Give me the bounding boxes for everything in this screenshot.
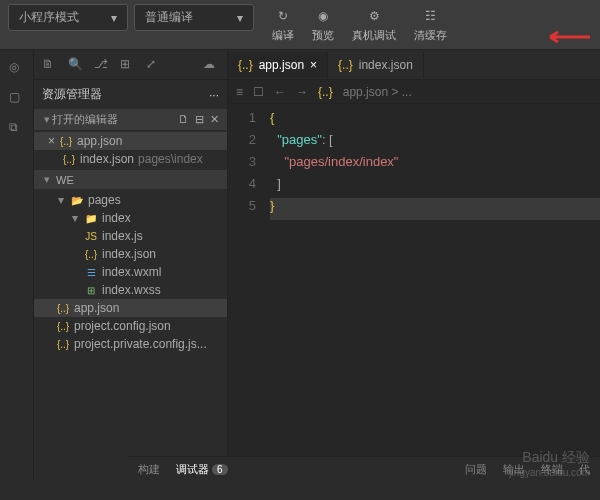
- save-all-icon[interactable]: ⊟: [195, 113, 204, 126]
- mode-dropdown[interactable]: 小程序模式 ▾: [8, 4, 128, 31]
- debugger-tab[interactable]: 调试器 6: [176, 462, 228, 477]
- tree-item-project-config-json[interactable]: {..}project.config.json: [34, 317, 227, 335]
- tree-item-index-wxml[interactable]: ☰index.wxml: [34, 263, 227, 281]
- folder-open-icon: 📂: [70, 193, 84, 207]
- bookmark-icon[interactable]: ☐: [253, 85, 264, 99]
- more-icon[interactable]: ···: [209, 88, 219, 102]
- json-icon: {..}: [56, 319, 70, 333]
- folder-icon: 📁: [84, 211, 98, 225]
- tab-index-json[interactable]: {..} index.json: [328, 52, 424, 78]
- cloud-icon[interactable]: ☁: [203, 57, 219, 73]
- json-icon: {..}: [56, 301, 70, 315]
- new-file-icon[interactable]: 🗋: [178, 113, 189, 126]
- open-editor-item[interactable]: × {..} app.json: [34, 132, 227, 150]
- search-icon[interactable]: 🔍: [68, 57, 84, 73]
- project-header[interactable]: ▾WE: [34, 170, 227, 189]
- json-icon: {..}: [318, 85, 333, 99]
- list-icon[interactable]: ≡: [236, 85, 243, 99]
- branch-icon[interactable]: ⎇: [94, 57, 110, 73]
- explorer-sidebar: 🗎 🔍 ⎇ ⊞ ⤢ ☁ 资源管理器 ··· ▾打开的编辑器 🗋 ⊟ ✕ × {.…: [34, 50, 228, 480]
- watermark: Baidu 经验 jingyan.baidu.com: [509, 449, 590, 478]
- build-tab[interactable]: 构建: [138, 462, 160, 477]
- files-icon[interactable]: 🗎: [42, 57, 58, 73]
- back-icon[interactable]: ←: [274, 85, 286, 99]
- tree-item-index-js[interactable]: JSindex.js: [34, 227, 227, 245]
- open-editors-header[interactable]: ▾打开的编辑器 🗋 ⊟ ✕: [34, 109, 227, 130]
- module-icon[interactable]: ⊞: [120, 57, 136, 73]
- compile-label: 普通编译: [145, 9, 193, 26]
- forward-icon[interactable]: →: [296, 85, 308, 99]
- layers-icon: ☷: [421, 6, 441, 26]
- annotation-arrow: [540, 30, 590, 44]
- share-icon[interactable]: ⧉: [9, 120, 25, 136]
- json-icon: {..}: [62, 152, 76, 166]
- device-icon[interactable]: ▢: [9, 90, 25, 106]
- close-icon[interactable]: ×: [310, 58, 317, 72]
- preview-button[interactable]: ◉ 预览: [304, 4, 342, 45]
- chevron-down-icon: ▾: [111, 11, 117, 25]
- close-icon[interactable]: ×: [48, 134, 55, 148]
- mode-label: 小程序模式: [19, 9, 79, 26]
- eye-icon: ◉: [313, 6, 333, 26]
- tree-item-index-wxss[interactable]: ⊞index.wxss: [34, 281, 227, 299]
- tree-item-index-json[interactable]: {..}index.json: [34, 245, 227, 263]
- wxml-icon: ☰: [84, 265, 98, 279]
- simulator-gutter: ◎ ▢ ⧉: [0, 50, 34, 480]
- compile-dropdown[interactable]: 普通编译 ▾: [134, 4, 254, 31]
- json-icon: {..}: [56, 337, 70, 351]
- tab-app-json[interactable]: {..} app.json ×: [228, 52, 328, 78]
- compile-button[interactable]: ↻ 编译: [264, 4, 302, 45]
- js-icon: JS: [84, 229, 98, 243]
- record-icon[interactable]: ◎: [9, 60, 25, 76]
- chevron-down-icon: ▾: [237, 11, 243, 25]
- tree-item-pages[interactable]: ▾📂pages: [34, 191, 227, 209]
- tree-item-project-private-config-js-[interactable]: {..}project.private.config.js...: [34, 335, 227, 353]
- close-all-icon[interactable]: ✕: [210, 113, 219, 126]
- clearcache-button[interactable]: ☷ 清缓存: [406, 4, 455, 45]
- breadcrumb-text[interactable]: app.json > ...: [343, 85, 412, 99]
- explorer-title: 资源管理器: [42, 86, 102, 103]
- tree-item-index[interactable]: ▾📁index: [34, 209, 227, 227]
- refresh-icon: ↻: [273, 6, 293, 26]
- wxss-icon: ⊞: [84, 283, 98, 297]
- json-icon: {..}: [238, 58, 253, 72]
- expand-icon[interactable]: ⤢: [146, 57, 162, 73]
- open-editor-item[interactable]: {..} index.json pages\index: [34, 150, 227, 168]
- json-icon: {..}: [59, 134, 73, 148]
- tree-item-app-json[interactable]: {..}app.json: [34, 299, 227, 317]
- json-icon: {..}: [338, 58, 353, 72]
- code-editor[interactable]: 1 2 3 4 5 { "pages": [ "pages/index/inde…: [228, 104, 600, 480]
- debug-button[interactable]: ⚙ 真机调试: [344, 4, 404, 45]
- bug-icon: ⚙: [364, 6, 384, 26]
- json-icon: {..}: [84, 247, 98, 261]
